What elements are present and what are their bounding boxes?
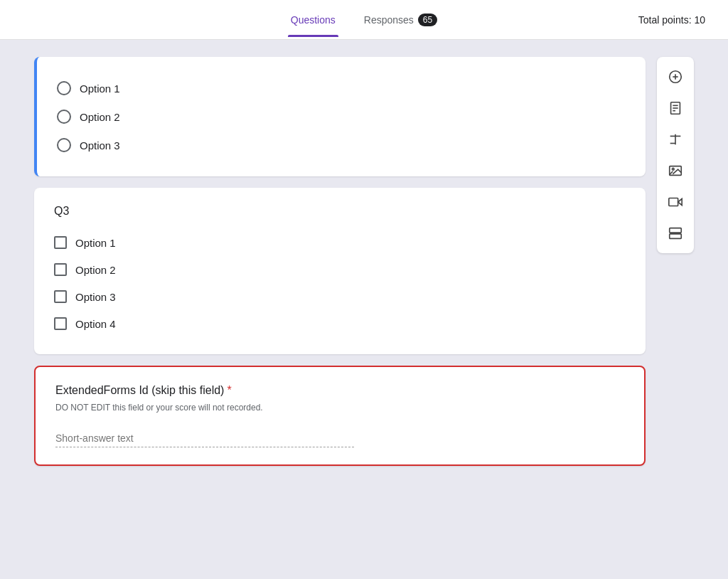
svg-rect-15 <box>670 234 682 238</box>
ef-title: ExtendedForms Id (skip this field)* <box>55 384 624 397</box>
header: Questions Responses 65 Total points: 10 <box>0 0 728 40</box>
list-item: Option 2 <box>57 102 626 131</box>
radio-option3[interactable] <box>57 138 71 152</box>
responses-badge: 65 <box>418 14 437 26</box>
svg-point-11 <box>672 168 674 170</box>
checkbox-option3[interactable] <box>54 290 67 303</box>
add-image-button[interactable] <box>661 156 690 185</box>
add-circle-icon <box>668 69 683 85</box>
list-item: Option 4 <box>54 310 626 337</box>
add-section-button[interactable] <box>661 219 690 248</box>
add-question-button[interactable] <box>661 63 690 91</box>
q3-label: Q3 <box>54 205 626 218</box>
list-item: Option 3 <box>57 131 626 159</box>
svg-marker-13 <box>678 198 682 205</box>
list-item: Option 1 <box>57 74 626 102</box>
option-label: Option 3 <box>75 291 116 303</box>
total-points: Total points: 10 <box>638 14 705 26</box>
option-label: Option 2 <box>80 111 120 123</box>
add-title-button[interactable] <box>661 125 690 154</box>
checkbox-option4[interactable] <box>54 317 67 330</box>
svg-rect-12 <box>669 198 678 206</box>
video-icon <box>668 194 683 210</box>
option-label: Option 2 <box>75 264 116 276</box>
option-label: Option 3 <box>80 139 120 152</box>
radio-option1[interactable] <box>57 81 71 95</box>
text-icon <box>668 132 683 147</box>
header-tabs: Questions Responses 65 <box>288 2 440 38</box>
sidebar-toolbar <box>657 57 694 253</box>
q2-card: Option 1 Option 2 Option 3 <box>34 57 646 176</box>
option-label: Option 1 <box>80 83 120 95</box>
extended-forms-card: ExtendedForms Id (skip this field)* DO N… <box>34 366 646 466</box>
checkbox-option2[interactable] <box>54 263 67 276</box>
q3-card: Q3 Option 1 Option 2 Option 3 Option 4 <box>34 188 646 354</box>
main-content: Option 1 Option 2 Option 3 Q3 Option 1 O… <box>0 40 728 483</box>
list-item: Option 1 <box>54 229 626 256</box>
import-icon <box>668 100 683 116</box>
option-label: Option 1 <box>75 237 116 249</box>
option-label: Option 4 <box>75 318 116 330</box>
svg-rect-14 <box>670 228 682 233</box>
section-icon <box>668 225 683 241</box>
list-item: Option 3 <box>54 283 626 310</box>
radio-option2[interactable] <box>57 110 71 124</box>
image-icon <box>668 163 683 179</box>
ef-subtitle: DO NOT EDIT this field or your score wil… <box>55 403 624 413</box>
import-question-button[interactable] <box>661 94 690 122</box>
list-item: Option 2 <box>54 256 626 283</box>
add-video-button[interactable] <box>661 188 690 216</box>
tab-questions[interactable]: Questions <box>288 3 338 37</box>
required-star: * <box>227 384 231 396</box>
tab-responses[interactable]: Responses 65 <box>361 2 440 38</box>
checkbox-option1[interactable] <box>54 236 67 249</box>
form-area: Option 1 Option 2 Option 3 Q3 Option 1 O… <box>34 57 646 466</box>
short-answer-input[interactable] <box>55 430 354 447</box>
